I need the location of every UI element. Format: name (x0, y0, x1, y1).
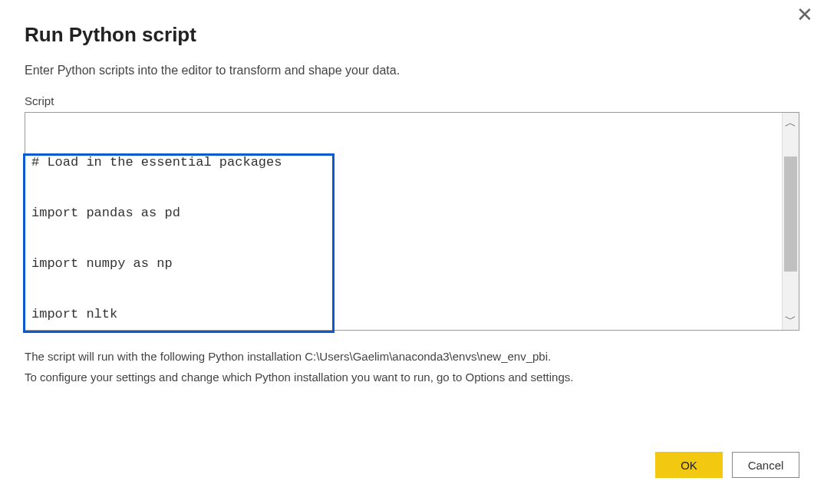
cancel-button[interactable]: Cancel (732, 452, 799, 478)
scroll-track[interactable] (783, 133, 799, 309)
script-editor[interactable]: # Load in the essential packages import … (25, 112, 799, 331)
editor-scrollbar[interactable]: ︿ ﹀ (782, 113, 799, 330)
ok-button[interactable]: OK (655, 452, 723, 478)
info-install-path: The script will run with the following P… (25, 346, 799, 367)
dialog-buttons: OK Cancel (655, 452, 799, 478)
code-line: import pandas as pd (31, 205, 776, 222)
script-editor-text[interactable]: # Load in the essential packages import … (25, 113, 782, 330)
scroll-down-icon[interactable]: ﹀ (785, 309, 796, 330)
dialog-content: Run Python script Enter Python scripts i… (0, 0, 824, 403)
scroll-up-icon[interactable]: ︿ (785, 113, 796, 133)
info-text: The script will run with the following P… (25, 346, 799, 387)
info-configure-hint: To configure your settings and change wh… (25, 367, 799, 387)
close-icon[interactable]: ✕ (796, 5, 813, 25)
dialog-title: Run Python script (25, 23, 799, 47)
script-label: Script (25, 94, 799, 107)
code-line: # Load in the essential packages (31, 154, 776, 171)
code-line: import numpy as np (31, 255, 776, 272)
code-line: import nltk (31, 306, 776, 323)
dialog-subtitle: Enter Python scripts into the editor to … (25, 64, 799, 77)
scroll-thumb[interactable] (784, 156, 797, 272)
